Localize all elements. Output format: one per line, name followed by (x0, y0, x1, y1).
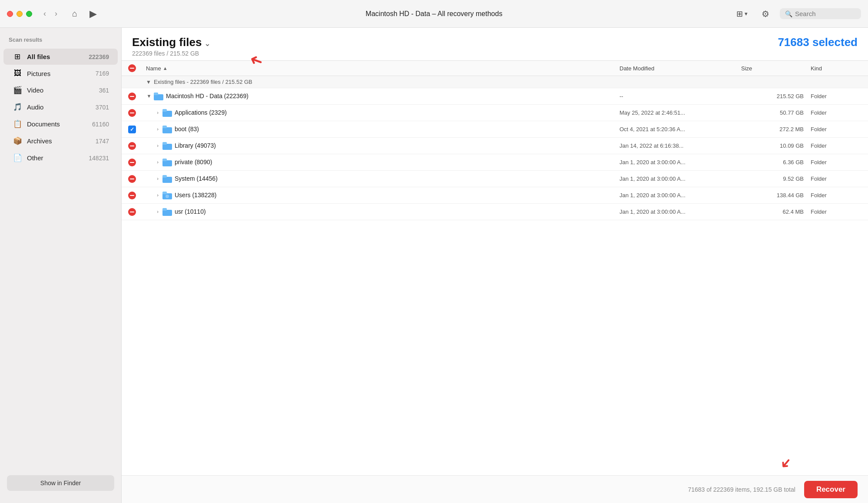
table-row[interactable]: › private (8090) Jan 1, 2020 at 3:00:00 … (122, 154, 868, 171)
sidebar-count-audio: 3701 (96, 104, 109, 111)
title-chevron-icon[interactable]: ⌄ (204, 39, 211, 48)
minus-icon-system[interactable] (128, 175, 136, 183)
bottom-status-text: 71683 of 222369 items, 192.15 GB total (688, 486, 795, 493)
minus-icon-usr[interactable] (128, 208, 136, 216)
expand-icon-system[interactable]: › (155, 176, 161, 181)
expand-icon-private[interactable]: › (155, 159, 161, 165)
sidebar-label-all-files: All files (27, 53, 84, 60)
home-button[interactable]: ⌂ (69, 7, 81, 20)
row-name-macintosh-hd: ▼ Macintosh HD - Data (222369) (142, 92, 616, 100)
th-size[interactable]: Size (738, 65, 807, 72)
row-checkbox-macintosh-hd[interactable] (122, 93, 142, 100)
minimize-button[interactable] (17, 11, 23, 17)
close-button[interactable] (7, 11, 13, 17)
row-checkbox-boot[interactable] (122, 126, 142, 133)
row-date-private: Jan 1, 2020 at 3:00:00 A... (616, 159, 738, 165)
table-row[interactable]: › Applications (2329) May 25, 2022 at 2:… (122, 105, 868, 121)
sidebar-item-documents[interactable]: 📋 Documents 61160 (3, 116, 118, 132)
expand-icon-applications[interactable]: › (155, 110, 161, 115)
folder-icon-private (162, 158, 175, 166)
row-date-library: Jan 14, 2022 at 6:16:38... (616, 142, 738, 149)
folder-icon-users (162, 191, 175, 199)
th-date-modified[interactable]: Date Modified (616, 65, 738, 72)
sidebar: Scan results ⊞ All files 222369 🖼 Pictur… (0, 28, 122, 503)
back-button[interactable]: ‹ (41, 7, 49, 20)
minus-icon-private[interactable] (128, 159, 136, 166)
row-size-library: 10.09 GB (738, 142, 807, 149)
row-date-system: Jan 1, 2020 at 3:00:00 A... (616, 175, 738, 182)
sidebar-count-all-files: 222369 (89, 53, 109, 60)
table-row[interactable]: ▼ Macintosh HD - Data (222369) -- 215.52… (122, 88, 868, 105)
row-name-boot: › boot (83) (142, 125, 616, 133)
window-title: Macintosh HD - Data – All recovery metho… (366, 10, 503, 18)
sidebar-item-archives[interactable]: 📦 Archives 1747 (3, 133, 118, 149)
filter-button[interactable]: ⚙ (758, 7, 773, 21)
svg-rect-5 (162, 126, 167, 128)
view-toggle-button[interactable]: ⊞ ▾ (733, 7, 751, 20)
sidebar-item-audio[interactable]: 🎵 Audio 3701 (3, 99, 118, 115)
th-kind[interactable]: Kind (807, 65, 868, 72)
table-row[interactable]: › Library (49073) Jan 14, 2022 at 6:16:3… (122, 138, 868, 154)
sidebar-item-pictures[interactable]: 🖼 Pictures 7169 (3, 66, 118, 81)
expand-icon-boot[interactable]: › (155, 126, 161, 132)
title-bar-right: ⊞ ▾ ⚙ 🔍 (733, 7, 861, 21)
file-name-private: private (8090) (175, 159, 212, 165)
th-name[interactable]: Name ▲ (142, 65, 616, 72)
file-name-system: System (14456) (175, 175, 218, 182)
sidebar-count-archives: 1747 (96, 138, 109, 145)
play-button[interactable]: ▶ (89, 8, 97, 20)
sidebar-item-all-files[interactable]: ⊞ All files 222369 (3, 49, 118, 65)
row-checkbox-usr[interactable] (122, 208, 142, 216)
sidebar-label-documents: Documents (27, 120, 88, 128)
archives-icon: 📦 (12, 136, 23, 146)
section-label-text: Existing files - 222369 files / 215.52 G… (154, 79, 252, 85)
row-checkbox-library[interactable] (122, 142, 142, 150)
file-name-users: Users (138228) (175, 192, 217, 199)
search-input[interactable] (795, 10, 856, 17)
sidebar-count-video: 361 (99, 87, 109, 94)
section-label-area: ▼ Existing files - 222369 files / 215.52… (142, 79, 868, 85)
row-date-boot: Oct 4, 2021 at 5:20:36 A... (616, 126, 738, 132)
content-title-row: Existing files ⌄ (132, 36, 211, 49)
section-collapse-icon[interactable]: ▼ (146, 79, 151, 85)
table-row[interactable]: › System (14456) Jan 1, 2020 at 3:00:00 … (122, 171, 868, 187)
forward-button[interactable]: › (52, 7, 60, 20)
fullscreen-button[interactable] (26, 11, 32, 17)
row-size-usr: 62.4 MB (738, 208, 807, 215)
minus-icon-library[interactable] (128, 142, 136, 150)
row-name-library: › Library (49073) (142, 142, 616, 150)
view-grid-icon: ⊞ (736, 9, 743, 19)
sidebar-item-video[interactable]: 🎬 Video 361 (3, 82, 118, 98)
search-box: 🔍 (780, 8, 861, 19)
row-checkbox-private[interactable] (122, 159, 142, 166)
file-name-library: Library (49073) (175, 142, 216, 149)
row-date-usr: Jan 1, 2020 at 3:00:00 A... (616, 208, 738, 215)
svg-rect-15 (162, 210, 172, 216)
expand-icon-library[interactable]: › (155, 143, 161, 148)
traffic-lights (7, 11, 32, 17)
row-checkbox-applications[interactable] (122, 109, 142, 117)
minus-icon-macintosh-hd[interactable] (128, 93, 136, 100)
show-in-finder-button[interactable]: Show in Finder (7, 475, 114, 491)
table-row[interactable]: › Users (138228) Jan 1, 2020 at 3:00:00 … (122, 187, 868, 204)
table-row[interactable]: › boot (83) Oct 4, 2021 at 5:20:36 A... … (122, 121, 868, 138)
expand-icon-macintosh-hd[interactable]: ▼ (146, 93, 152, 99)
header-checkbox-minus[interactable] (128, 64, 136, 72)
row-checkbox-users[interactable] (122, 192, 142, 199)
sidebar-label-audio: Audio (27, 103, 91, 111)
folder-icon-system (162, 175, 175, 183)
checked-icon-boot[interactable] (128, 126, 136, 133)
sidebar-title: Scan results (0, 36, 121, 48)
sidebar-item-other[interactable]: 📄 Other 148231 (3, 150, 118, 166)
pictures-icon: 🖼 (12, 69, 23, 78)
sidebar-label-other: Other (27, 154, 84, 162)
expand-icon-users[interactable]: › (155, 192, 161, 198)
table-row[interactable]: › usr (10110) Jan 1, 2020 at 3:00:00 A..… (122, 204, 868, 220)
th-checkbox[interactable] (122, 64, 142, 72)
minus-icon-users[interactable] (128, 192, 136, 199)
recover-button[interactable]: Recover (804, 481, 858, 498)
row-checkbox-system[interactable] (122, 175, 142, 183)
table-container[interactable]: Name ▲ Date Modified Size Kind ▼ Existin… (122, 60, 868, 475)
expand-icon-usr[interactable]: › (155, 209, 161, 214)
minus-icon-applications[interactable] (128, 109, 136, 117)
